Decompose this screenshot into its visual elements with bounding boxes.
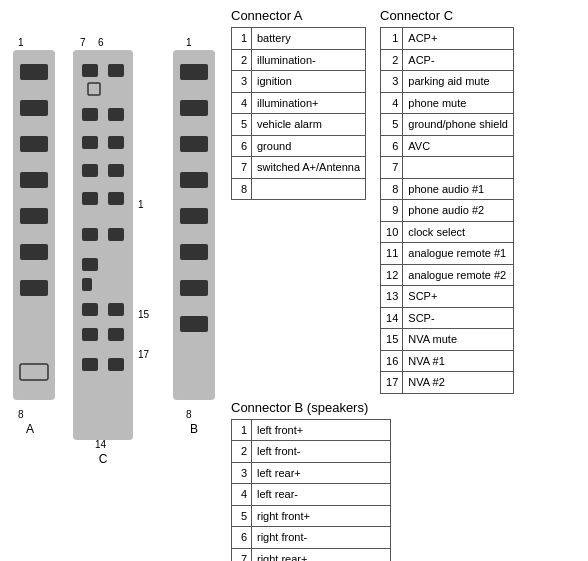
pin-number: 7: [232, 548, 252, 561]
table-row: 15NVA mute: [381, 329, 514, 351]
conn-b-pin6: [180, 244, 208, 260]
pin-number: 5: [232, 114, 252, 136]
pin-label: [403, 157, 514, 179]
table-row: 3ignition: [232, 71, 366, 93]
conn-a-label: A: [26, 422, 34, 436]
conn-c-pin-a4: [82, 164, 98, 177]
table-row: 2left front-: [232, 441, 391, 463]
pin-label: right front+: [252, 505, 391, 527]
table-row: 8phone audio #1: [381, 178, 514, 200]
pin-number: 2: [232, 49, 252, 71]
pin-label: left front+: [252, 419, 391, 441]
pin-label: clock select: [403, 221, 514, 243]
pin-number: 17: [381, 372, 403, 394]
pin-label: right rear+: [252, 548, 391, 561]
pin-number: 8: [381, 178, 403, 200]
conn-c-top-left-num: 7: [80, 37, 86, 48]
conn-c-body: [73, 50, 133, 440]
conn-b-pin7: [180, 280, 208, 296]
conn-c-pin-a2: [82, 108, 98, 121]
conn-c-top-right-num: 6: [98, 37, 104, 48]
connector-diagram-svg: 1 8 A 7 6: [8, 8, 223, 553]
pin-number: 3: [381, 71, 403, 93]
pin-label: right front-: [252, 527, 391, 549]
conn-a-pin7: [20, 280, 48, 296]
pin-label: SCP-: [403, 307, 514, 329]
table-row: 5right front+: [232, 505, 391, 527]
conn-c-pin-a7b: [82, 278, 92, 291]
conn-c-pin-b1: [108, 64, 124, 77]
pin-number: 16: [381, 350, 403, 372]
conn-b-pin1: [180, 64, 208, 80]
conn-c-pin-b2: [108, 108, 124, 121]
pin-number: 5: [232, 505, 252, 527]
pin-label: ACP-: [403, 49, 514, 71]
pin-number: 12: [381, 264, 403, 286]
conn-c-pin-a5: [82, 192, 98, 205]
table-row: 2ACP-: [381, 49, 514, 71]
pin-number: 13: [381, 286, 403, 308]
conn-a-pin2: [20, 100, 48, 116]
tables-area: Connector A 1battery2illumination-3ignit…: [231, 8, 580, 561]
pin-number: 1: [232, 419, 252, 441]
pin-number: 10: [381, 221, 403, 243]
diagram-area: 1 8 A 7 6: [8, 8, 223, 561]
pin-number: 4: [232, 92, 252, 114]
pin-label: AVC: [403, 135, 514, 157]
table-row: 7switched A+/Antenna: [232, 157, 366, 179]
conn-c-pin-a1: [82, 64, 98, 77]
conn-c-pin-b9: [108, 328, 124, 341]
pin-label: ground/phone shield: [403, 114, 514, 136]
pin-label: left front-: [252, 441, 391, 463]
conn-c-pin-a9: [82, 328, 98, 341]
conn-b-top-num: 1: [186, 37, 192, 48]
table-row: 11analogue remote #1: [381, 243, 514, 265]
table-row: 5ground/phone shield: [381, 114, 514, 136]
conn-b-pin3: [180, 136, 208, 152]
top-tables-row: Connector A 1battery2illumination-3ignit…: [231, 8, 580, 394]
connector-b-table: 1left front+2left front-3left rear+4left…: [231, 419, 391, 562]
conn-c-pin-a8: [82, 303, 98, 316]
pin-label: vehicle alarm: [252, 114, 366, 136]
conn-c-pin-a7: [82, 258, 98, 271]
connector-c-title: Connector C: [380, 8, 514, 23]
conn-c-pin-b4: [108, 164, 124, 177]
pin-number: 6: [232, 135, 252, 157]
table-row: 7: [381, 157, 514, 179]
table-row: 8: [232, 178, 366, 200]
table-row: 12analogue remote #2: [381, 264, 514, 286]
conn-c-mid-num17: 17: [138, 349, 150, 360]
table-row: 7right rear+: [232, 548, 391, 561]
pin-number: 15: [381, 329, 403, 351]
table-row: 4phone mute: [381, 92, 514, 114]
conn-c-mid-num1: 1: [138, 199, 144, 210]
pin-label: battery: [252, 28, 366, 50]
conn-c-pin-b10: [108, 358, 124, 371]
table-row: 4illumination+: [232, 92, 366, 114]
pin-number: 9: [381, 200, 403, 222]
connector-a-table: 1battery2illumination-3ignition4illumina…: [231, 27, 366, 200]
pin-label: NVA mute: [403, 329, 514, 351]
conn-c-pin-b5: [108, 192, 124, 205]
connector-a-title: Connector A: [231, 8, 366, 23]
pin-number: 7: [381, 157, 403, 179]
conn-c-pin-a3: [82, 136, 98, 149]
pin-label: ground: [252, 135, 366, 157]
pin-number: 1: [232, 28, 252, 50]
pin-label: switched A+/Antenna: [252, 157, 366, 179]
table-row: 3parking aid mute: [381, 71, 514, 93]
pin-label: ignition: [252, 71, 366, 93]
table-row: 14SCP-: [381, 307, 514, 329]
pin-label: ACP+: [403, 28, 514, 50]
pin-label: phone audio #2: [403, 200, 514, 222]
table-row: 3left rear+: [232, 462, 391, 484]
pin-label: analogue remote #1: [403, 243, 514, 265]
table-row: 2illumination-: [232, 49, 366, 71]
pin-label: illumination-: [252, 49, 366, 71]
conn-b-pin4: [180, 172, 208, 188]
pin-label: NVA #1: [403, 350, 514, 372]
table-row: 4left rear-: [232, 484, 391, 506]
pin-label: parking aid mute: [403, 71, 514, 93]
table-row: 6ground: [232, 135, 366, 157]
pin-number: 3: [232, 462, 252, 484]
